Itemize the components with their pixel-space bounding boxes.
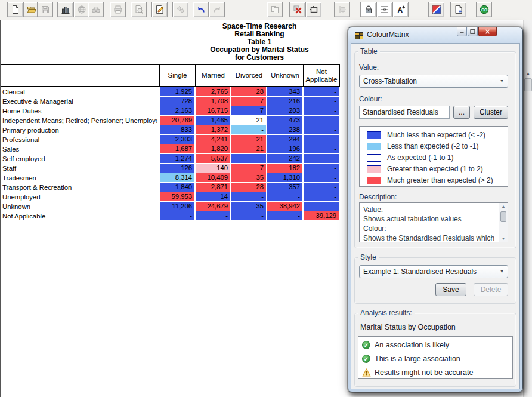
table-cell[interactable]: 2,765 [196,87,230,96]
table-cell[interactable]: - [304,97,339,106]
row-label[interactable]: Independent Means; Retired; Pensioner; U… [2,116,157,125]
row-label[interactable]: Unemployed [2,192,157,202]
table-cell[interactable]: - [304,183,339,192]
table-cell[interactable]: 294 [267,135,302,144]
table-cell[interactable]: - [231,154,266,163]
column-header-divorced[interactable]: Divorced [231,65,267,86]
new-document-button[interactable] [7,2,23,17]
table-cell[interactable]: 1,820 [196,144,230,153]
bar-chart-button[interactable] [57,2,73,17]
table-cell[interactable]: 21 [231,144,266,153]
table-cell[interactable]: 16,715 [196,106,230,115]
table-cell[interactable]: 833 [160,125,194,134]
row-label[interactable]: Not Applicable [2,211,157,221]
browse-button[interactable]: ... [453,106,470,119]
table-cell[interactable]: 238 [267,125,302,134]
table-cell[interactable]: - [304,173,339,182]
table-cell[interactable]: - [304,125,339,134]
table-cell[interactable]: - [304,154,339,163]
table-cell[interactable]: 5,537 [196,154,230,163]
row-label[interactable]: Tradesmen [2,173,157,183]
table-cell[interactable]: 21 [231,135,266,144]
table-cell[interactable]: 35 [231,202,266,211]
row-label[interactable]: Primary production [2,125,157,135]
table-cell[interactable]: - [267,192,302,201]
table-cell[interactable]: 216 [267,97,302,106]
row-label[interactable]: Clerical [2,87,157,97]
table-cell[interactable]: - [231,211,266,220]
table-cell[interactable]: 38,942 [267,202,302,211]
column-header-married[interactable]: Married [195,65,231,86]
table-cell[interactable]: 1,840 [160,183,194,192]
table-cell[interactable]: - [304,87,339,96]
table-cell[interactable]: 182 [267,164,302,173]
table-cell[interactable]: 203 [267,106,302,115]
table-cell[interactable]: 2,871 [196,183,230,192]
table-cell[interactable]: 24,679 [196,202,230,211]
table-cell[interactable]: 35 [231,173,266,182]
edit-document-button[interactable] [151,2,168,17]
undo-button[interactable] [193,2,209,17]
cluster-button[interactable]: Cluster [474,106,508,119]
table-cell[interactable]: 126 [160,164,194,173]
table-cell[interactable]: 7 [231,106,266,115]
column-width-button[interactable] [376,2,392,17]
go-button[interactable]: GO [476,2,492,17]
table-cell[interactable]: 21 [231,116,266,125]
table-cell[interactable]: 343 [267,87,302,96]
row-label[interactable]: Transport & Recreation [2,183,157,192]
table-cell[interactable]: 140 [196,164,230,173]
value-combobox[interactable]: Cross-Tabulation ▼ [359,75,508,88]
table-cell[interactable]: - [160,211,194,220]
minimize-button[interactable] [457,27,467,36]
table-cell[interactable]: 8,314 [160,173,194,182]
table-cell[interactable]: 59,953 [160,192,194,201]
table-cell[interactable]: - [304,144,339,153]
close-button[interactable] [478,27,497,36]
row-label[interactable]: Sales [2,144,157,154]
table-cell[interactable]: - [267,211,302,220]
scrollbar-thumb[interactable] [524,78,532,91]
lock-button[interactable] [360,2,376,17]
table-cell[interactable]: 1,310 [267,173,302,182]
table-cell[interactable]: - [304,116,339,125]
table-cell[interactable]: 1,372 [196,125,230,134]
table-cell[interactable]: 28 [231,87,266,96]
table-cell[interactable]: - [231,125,266,134]
row-label[interactable]: Home Duties [2,106,157,116]
row-label[interactable]: Executive & Managerial [2,97,157,106]
resize-table-button[interactable] [305,2,321,17]
table-cell[interactable]: 196 [267,144,302,153]
table-cell[interactable]: 473 [267,116,302,125]
table-cell[interactable]: 14 [196,192,230,201]
main-vertical-scrollbar[interactable]: ▲ [523,20,532,397]
table-cell[interactable]: - [304,135,339,144]
table-cell[interactable]: 357 [267,183,302,192]
table-cell[interactable]: 28 [231,183,266,192]
row-label[interactable]: Self employed [2,154,157,164]
scroll-up-button[interactable]: ▲ [524,70,532,78]
table-cell[interactable]: 10,409 [196,173,230,182]
table-cell[interactable]: 1,708 [196,97,230,106]
column-header-unknown[interactable]: Unknown [267,65,303,86]
table-cell[interactable]: 728 [160,97,194,106]
scroll-down-icon[interactable]: ▼ [499,236,508,241]
scroll-up-icon[interactable]: ▲ [499,204,508,208]
add-document-button[interactable] [450,2,466,17]
table-cell[interactable]: - [231,192,266,201]
table-cell[interactable]: 7 [231,164,266,173]
table-cell[interactable]: - [304,106,339,115]
row-label[interactable]: Professional [2,135,157,144]
table-cell[interactable]: - [196,211,230,220]
row-label[interactable]: Unknown [2,202,157,211]
description-scrollbar[interactable]: ▲ ▼ [499,203,508,242]
table-cell[interactable]: - [304,192,339,201]
column-header-single[interactable]: Single [159,65,195,86]
colour-input[interactable]: Standardised Residuals [359,106,450,119]
delete-table-button[interactable] [289,2,305,17]
save-button[interactable]: Save [435,283,466,296]
table-cell[interactable]: 1,465 [196,116,230,125]
row-label[interactable]: Staff [2,164,157,173]
colour-matrix-button[interactable] [428,2,444,17]
table-cell[interactable]: 7 [231,97,266,106]
